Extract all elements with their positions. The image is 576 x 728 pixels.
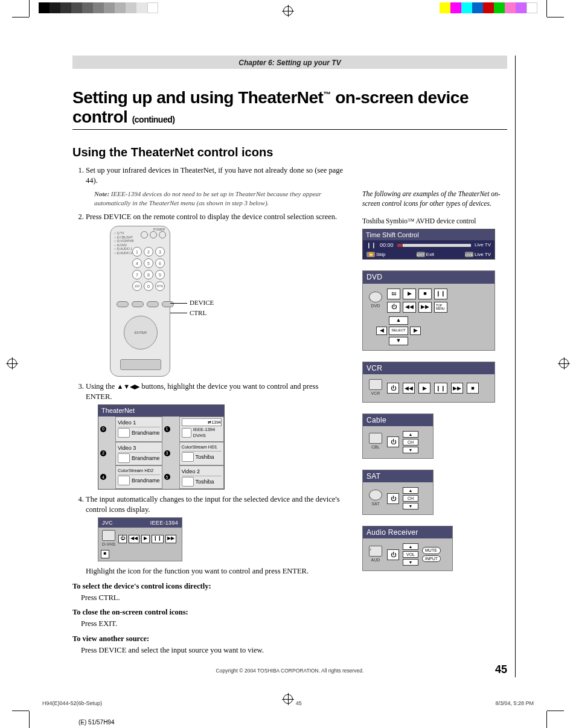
step-1: Set up your infrared devices in TheaterN… xyxy=(86,165,344,207)
ch-down-icon: ▼ xyxy=(403,447,418,453)
dvd-icon: DVD xyxy=(368,292,383,310)
power-icon: ⏻ xyxy=(387,383,399,394)
rewind-icon: ◀◀ xyxy=(403,302,416,313)
up-icon: ▲ xyxy=(389,316,408,325)
cable-panel: Cable CBL ⏻ ▲ CH ▼ xyxy=(362,413,434,459)
play-icon: ▶ xyxy=(418,383,430,394)
topmenu-button: TOP MENU xyxy=(434,302,447,313)
cable-icon: CBL xyxy=(368,433,383,451)
registration-mark xyxy=(283,6,293,16)
left-icon: ◀ xyxy=(376,327,387,335)
theaternet-table: TheaterNet 0 Video 1 Brandname 1 ⇄1394 xyxy=(98,404,225,490)
ffwd-icon: ▶▶ xyxy=(451,383,463,394)
disc-icon: 🖭 xyxy=(387,289,400,299)
select-button: SELECT xyxy=(389,327,408,335)
pointer-label-ctrl: CTRL xyxy=(190,308,206,318)
power-icon: ⏻ xyxy=(387,302,400,313)
footer-extra: (E) 51/57H94 xyxy=(78,719,114,726)
margin-rule xyxy=(515,56,516,677)
arrow-icons: ▲▼◀▶ xyxy=(117,383,139,390)
sat-icon: SAT xyxy=(368,490,383,508)
rewind-icon: ◀◀ xyxy=(403,383,415,394)
power-icon: ⏻ xyxy=(387,436,399,447)
rewind-icon: ◀◀ xyxy=(129,535,139,543)
timeshift-panel: Time Shift Control ❙❙ 00:00 Live TV ⏩Ski… xyxy=(362,229,495,260)
exit-button: EXITExit xyxy=(417,252,434,258)
registration-mark xyxy=(559,359,569,368)
cropmark xyxy=(546,0,547,17)
remote-icon: ○ 1) TV ○ 2) CBL/SAT ○ 3) VCR/PVR ○ 4) D… xyxy=(110,226,170,377)
sub-select: To select the device's control icons dir… xyxy=(72,581,344,603)
copyright: Copyright © 2004 TOSHIBA CORPORATION. Al… xyxy=(72,668,507,674)
stop-icon: ■ xyxy=(467,383,479,394)
page-number: 45 xyxy=(495,663,507,676)
ffwd-icon: ▶▶ xyxy=(418,302,432,313)
pointer-line xyxy=(170,303,187,304)
step-3: Using the ▲▼◀▶ buttons, highlight the de… xyxy=(86,382,344,490)
channel-stepper: ▲ CH ▼ xyxy=(403,487,418,509)
section-heading: Using the TheaterNet control icons xyxy=(72,145,507,159)
step-2: Press DEVICE on the remote control to di… xyxy=(86,212,344,377)
theaternet-header: TheaterNet xyxy=(98,405,224,417)
cropmark xyxy=(547,17,564,18)
sub-close: To close the on-screen control icons: Pr… xyxy=(72,607,344,629)
title-rule xyxy=(72,129,507,130)
content-area: Chapter 6: Setting up your TV Setting up… xyxy=(72,56,507,674)
cropmark xyxy=(29,0,30,17)
cropmark xyxy=(12,17,29,18)
ch-up-icon: ▲ xyxy=(403,487,418,494)
nav-cluster: ▲ ◀ SELECT ▶ ▼ xyxy=(376,316,421,345)
step-4b: Highlight the icon for the function you … xyxy=(86,566,344,576)
chapter-bar: Chapter 6: Setting up your TV xyxy=(72,56,507,69)
vcr-icon: VCR xyxy=(368,379,383,397)
jvc-panel: JVCIEEE-1394 D-VHS ⏻ ◀◀ ▶ ❙❙ ▶▶ ■ xyxy=(98,517,182,561)
vol-down-icon: ▼ xyxy=(403,559,418,566)
footer-meta: H94(E)044-52(6b-Setup) 45 8/3/04, 5:28 P… xyxy=(42,700,534,706)
progress-bar xyxy=(397,244,471,247)
remote-numpad: 1234567891000RTN xyxy=(132,247,165,291)
power-icon: ⏻ xyxy=(387,549,399,560)
play-icon: ▶ xyxy=(403,289,416,299)
stop-icon: ■ xyxy=(418,289,432,299)
symbio-label: Toshiba Symbio™ AVHD device control xyxy=(362,217,507,226)
dvd-panel: DVD DVD 🖭 ▶ ■ ❙❙ ⏻ ◀◀ ▶▶ TOP MENU xyxy=(362,270,495,350)
step-4: The input automatically changes to the i… xyxy=(86,494,344,576)
steps-list: Set up your infrared devices in TheaterN… xyxy=(72,165,344,576)
stop-icon: ■ xyxy=(101,550,109,558)
channel-stepper: ▲ CH ▼ xyxy=(403,431,418,453)
remote-switches: ○ 1) TV ○ 2) CBL/SAT ○ 3) VCR/PVR ○ 4) D… xyxy=(114,231,133,255)
pointer-label-device: DEVICE xyxy=(190,298,214,307)
pause-icon: ❙❙ xyxy=(366,241,376,249)
cropmark xyxy=(547,710,564,711)
down-icon: ▼ xyxy=(389,337,408,345)
power-icon: ⏻ xyxy=(387,493,399,504)
color-bar xyxy=(440,2,537,13)
pointer-line xyxy=(170,313,187,313)
ch-up-icon: ▲ xyxy=(403,431,418,438)
power-icon: ⏻ xyxy=(118,535,127,543)
remote-figure: ○ 1) TV ○ 2) CBL/SAT ○ 3) VCR/PVR ○ 4) D… xyxy=(110,226,188,377)
remote-transport xyxy=(120,359,161,370)
note-block: Note: IEEE-1394 devices do not need to b… xyxy=(94,190,344,208)
audio-panel: Audio Receiver ♪AUD ⏻ ▲ VOL ▼ MUTE INPUT xyxy=(362,526,453,571)
sub-view: To view another source: Press DEVICE and… xyxy=(72,634,344,656)
cropmark xyxy=(12,710,29,711)
remote-dpad: ENTER xyxy=(124,316,158,350)
pause-icon: ❙❙ xyxy=(434,289,447,299)
left-column: Set up your infrared devices in TheaterN… xyxy=(72,165,344,656)
cropmark xyxy=(546,711,547,728)
right-column: The following are examples of the Theate… xyxy=(362,165,507,656)
play-icon: ▶ xyxy=(141,535,150,543)
dvhs-icon: D-VHS xyxy=(101,530,117,548)
cropmark xyxy=(29,711,30,728)
remote-top-buttons xyxy=(141,231,166,238)
ch-down-icon: ▼ xyxy=(403,503,418,509)
input-button: INPUT xyxy=(422,555,441,562)
mute-button: MUTE xyxy=(422,547,441,554)
page-title: Setting up and using TheaterNet™ on-scre… xyxy=(72,88,507,127)
pause-icon: ❙❙ xyxy=(152,535,164,543)
volume-stepper: ▲ VOL ▼ xyxy=(403,543,418,566)
right-icon: ▶ xyxy=(410,327,421,335)
livetv-button: LIVELive TV xyxy=(465,252,491,258)
remote-mid-row xyxy=(117,301,174,307)
